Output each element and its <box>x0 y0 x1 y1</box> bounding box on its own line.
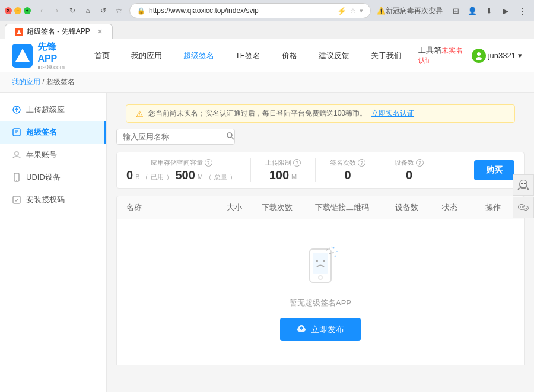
content-area: https://www.huzhan.com/ishop37665 ⚠ 您当前尚… <box>107 93 534 392</box>
maximize-btn[interactable]: + <box>24 7 31 14</box>
breadcrumb-root[interactable]: 我的应用 <box>12 78 40 86</box>
extensions-button[interactable]: ⊞ <box>449 4 463 18</box>
toolbar <box>116 129 525 145</box>
nav-tools[interactable]: 工具箱未实名认证 <box>418 45 465 66</box>
nav-my-apps[interactable]: 我的应用 <box>126 48 167 63</box>
home-button[interactable]: ⌂ <box>81 4 95 18</box>
logo-icon <box>12 44 33 68</box>
nav-right: 工具箱未实名认证 jun3321 ▾ <box>418 45 522 66</box>
search-input[interactable] <box>123 132 223 141</box>
reload-button[interactable]: ↻ <box>65 4 80 18</box>
upload-info-icon[interactable]: ? <box>293 159 301 167</box>
nav-home[interactable]: 首页 <box>90 48 115 63</box>
divider-3 <box>380 158 380 182</box>
nav-about[interactable]: 关于我们 <box>366 48 406 63</box>
svg-point-28 <box>521 183 522 184</box>
sidebar-item-apple-account[interactable]: 苹果账号 <box>0 144 106 166</box>
col-name: 名称 <box>126 202 212 213</box>
nav-super-sign[interactable]: 超级签名 <box>179 48 219 63</box>
tab-close[interactable]: ✕ <box>97 28 103 36</box>
logo-text: 先锋APP ios09.com <box>37 41 71 71</box>
active-tab[interactable]: 超级签名 - 先锋APP ✕ <box>5 24 113 39</box>
close-btn[interactable]: ✕ <box>5 7 12 14</box>
empty-state: 暂无超级签名APP 立即发布 <box>116 219 525 365</box>
extension-icon: ☆ <box>350 7 356 15</box>
svg-point-11 <box>16 180 17 181</box>
storage-used-label3: ） <box>166 173 173 181</box>
upload-label: 上传限制 ? <box>265 158 301 167</box>
dropdown-arrow[interactable]: ▾ <box>360 7 363 15</box>
browser-navigation: ‹ › ↻ ⌂ ↺ ☆ <box>34 4 126 18</box>
storage-info-icon[interactable]: ? <box>205 159 212 167</box>
svg-point-3 <box>476 57 482 60</box>
svg-point-37 <box>526 208 527 209</box>
storage-used-value: 0 <box>126 168 133 182</box>
upload-value-num: 100 <box>269 168 289 182</box>
back-button[interactable]: ‹ <box>34 4 49 18</box>
svg-point-32 <box>520 206 521 208</box>
sidebar-item-upload[interactable]: 上传超级应 <box>0 98 106 121</box>
svg-point-27 <box>520 180 527 187</box>
publish-button[interactable]: 立即发布 <box>280 318 361 341</box>
svg-point-22 <box>336 251 338 252</box>
storage-label: 应用存储空间容量 ? <box>151 158 212 167</box>
bookmark-star[interactable]: ⚡ <box>337 7 347 15</box>
sidebar-item-super-sign[interactable]: 超级签名 <box>0 121 106 144</box>
bookmark-button[interactable]: ☆ <box>112 4 126 18</box>
svg-marker-1 <box>15 49 30 62</box>
minimize-btn[interactable]: − <box>14 7 21 14</box>
user-name: jun3321 <box>488 51 516 60</box>
sign-count-info-icon[interactable]: ? <box>358 159 365 167</box>
wechat-float-btn[interactable] <box>513 197 534 218</box>
profile-button[interactable]: 👤 <box>465 4 479 18</box>
storage-used-label: （ <box>142 173 148 181</box>
cast-button[interactable]: ▶ <box>498 4 513 18</box>
svg-rect-16 <box>313 253 328 274</box>
user-dropdown-arrow: ▾ <box>518 51 522 60</box>
svg-line-14 <box>232 138 234 140</box>
svg-point-18 <box>323 260 325 262</box>
device-count-info-icon[interactable]: ? <box>416 159 424 167</box>
nav-price[interactable]: 价格 <box>277 48 302 63</box>
empty-text: 暂无超级签名APP <box>290 298 351 308</box>
nav-tf-sign[interactable]: TF签名 <box>231 48 265 63</box>
upload-icon <box>12 105 21 114</box>
svg-marker-0 <box>17 30 21 34</box>
browser-chrome: ✕ − + ‹ › ↻ ⌂ ↺ ☆ 🔒 https://www.qiaoxicc… <box>0 0 534 21</box>
breadcrumb: 我的应用 / 超级签名 <box>0 72 534 93</box>
buy-button[interactable]: 购买 <box>474 160 514 180</box>
user-avatar <box>472 49 486 63</box>
search-box[interactable] <box>116 129 235 145</box>
verify-link[interactable]: 立即实名认证 <box>371 109 414 119</box>
nav-feedback[interactable]: 建议反馈 <box>314 48 354 63</box>
forward-button[interactable]: › <box>50 4 64 18</box>
sidebar-label-super-sign: 超级签名 <box>26 127 57 138</box>
sidebar-label-install-auth: 安装授权码 <box>26 195 65 205</box>
sidebar-item-udid[interactable]: UDID设备 <box>0 166 106 189</box>
storage-total-label: （ <box>205 173 212 181</box>
tab-title: 超级签名 - 先锋APP <box>27 27 90 37</box>
qq-float-btn[interactable] <box>513 174 534 196</box>
upload-value: 100 M <box>269 168 297 182</box>
upload-unit: M <box>291 173 297 180</box>
history-button[interactable]: ↺ <box>96 4 110 18</box>
window-controls: ✕ − + <box>5 7 31 14</box>
downloads-button[interactable]: ⬇ <box>482 4 496 18</box>
search-button[interactable] <box>226 132 234 142</box>
announcement-banner: ⚠ 您当前尚未实名；实名认证通过后，每日登陆平台免费赠送100稀币。 立即实名认… <box>126 104 515 123</box>
nav-user[interactable]: jun3321 ▾ <box>472 49 522 63</box>
menu-button[interactable]: ⋮ <box>515 4 529 18</box>
svg-point-23 <box>335 256 336 257</box>
empty-illustration <box>297 243 344 291</box>
sidebar-item-install-auth[interactable]: 安装授权码 <box>0 189 106 211</box>
super-sign-icon <box>12 128 21 137</box>
sign-count-value: 0 <box>344 168 351 182</box>
install-auth-icon <box>12 195 21 205</box>
address-bar[interactable]: 🔒 https://www.qiaoxicc.top/index/svip ⚡ … <box>129 3 371 18</box>
announcement-text: 您当前尚未实名；实名认证通过后，每日登陆平台免费赠送100稀币。 <box>148 109 367 119</box>
tab-bar: 超级签名 - 先锋APP ✕ <box>0 21 534 39</box>
apple-account-icon <box>12 150 21 160</box>
upload-stat: 上传限制 ? 100 M <box>265 158 301 182</box>
url-display: https://www.qiaoxicc.top/index/svip <box>149 7 333 15</box>
sidebar: 上传超级应 超级签名 苹果账号 UDID设备 安装授权码 <box>0 93 107 392</box>
